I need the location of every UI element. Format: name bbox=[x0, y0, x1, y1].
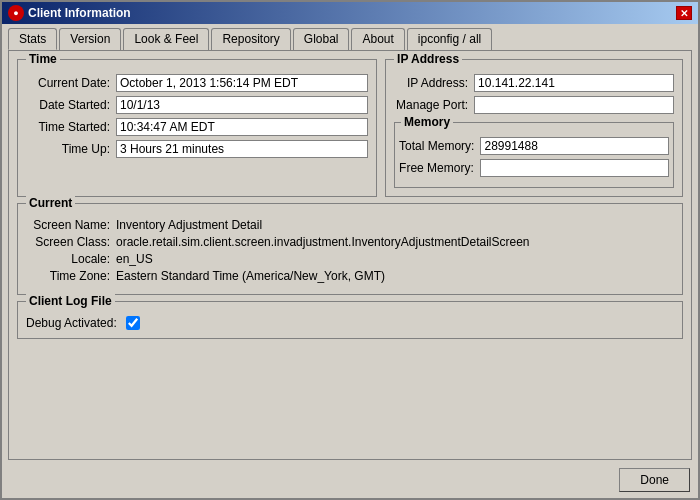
timezone-value: Eastern Standard Time (America/New_York,… bbox=[116, 269, 385, 283]
memory-subsection: Memory Total Memory: Free Memory: bbox=[394, 122, 674, 188]
tab-stats[interactable]: Stats bbox=[8, 28, 57, 50]
tab-about[interactable]: About bbox=[351, 28, 404, 50]
time-started-label: Time Started: bbox=[26, 120, 116, 134]
tab-ipconfig[interactable]: ipconfig / all bbox=[407, 28, 492, 50]
screen-class-row: Screen Class: oracle.retail.sim.client.s… bbox=[26, 235, 674, 249]
debug-checkbox-container bbox=[126, 316, 140, 330]
current-section-label: Current bbox=[26, 196, 75, 210]
memory-label: Memory bbox=[401, 115, 453, 129]
date-started-input[interactable] bbox=[116, 96, 368, 114]
screen-name-label: Screen Name: bbox=[26, 218, 116, 232]
tab-version[interactable]: Version bbox=[59, 28, 121, 50]
timezone-label: Time Zone: bbox=[26, 269, 116, 283]
date-started-label: Date Started: bbox=[26, 98, 116, 112]
manage-port-row: Manage Port: bbox=[394, 96, 674, 114]
total-memory-label: Total Memory: bbox=[399, 139, 480, 153]
current-date-input[interactable] bbox=[116, 74, 368, 92]
log-section: Client Log File Debug Activated: bbox=[17, 301, 683, 339]
screen-class-value: oracle.retail.sim.client.screen.invadjus… bbox=[116, 235, 530, 249]
debug-row: Debug Activated: bbox=[26, 316, 674, 330]
debug-checkbox[interactable] bbox=[126, 316, 140, 330]
ip-address-input[interactable] bbox=[474, 74, 674, 92]
time-section: Time Current Date: Date Started: Time St… bbox=[17, 59, 377, 197]
time-up-row: Time Up: bbox=[26, 140, 368, 158]
tab-look-feel[interactable]: Look & Feel bbox=[123, 28, 209, 50]
time-started-input[interactable] bbox=[116, 118, 368, 136]
total-memory-input[interactable] bbox=[480, 137, 669, 155]
time-started-row: Time Started: bbox=[26, 118, 368, 136]
locale-row: Locale: en_US bbox=[26, 252, 674, 266]
oracle-icon: ● bbox=[8, 5, 24, 21]
free-memory-row: Free Memory: bbox=[399, 159, 669, 177]
log-section-label: Client Log File bbox=[26, 294, 115, 308]
close-button[interactable]: ✕ bbox=[676, 6, 692, 20]
time-up-input[interactable] bbox=[116, 140, 368, 158]
time-section-label: Time bbox=[26, 52, 60, 66]
content-area: Time Current Date: Date Started: Time St… bbox=[8, 50, 692, 460]
free-memory-label: Free Memory: bbox=[399, 161, 480, 175]
ip-section-label: IP Address bbox=[394, 52, 462, 66]
debug-label: Debug Activated: bbox=[26, 316, 126, 330]
manage-port-input[interactable] bbox=[474, 96, 674, 114]
current-section: Current Screen Name: Inventory Adjustmen… bbox=[17, 203, 683, 295]
tab-global[interactable]: Global bbox=[293, 28, 350, 50]
total-memory-row: Total Memory: bbox=[399, 137, 669, 155]
tab-bar: Stats Version Look & Feel Repository Glo… bbox=[2, 24, 698, 50]
screen-name-row: Screen Name: Inventory Adjustment Detail bbox=[26, 218, 674, 232]
current-date-row: Current Date: bbox=[26, 74, 368, 92]
timezone-row: Time Zone: Eastern Standard Time (Americ… bbox=[26, 269, 674, 283]
tab-repository[interactable]: Repository bbox=[211, 28, 290, 50]
done-button[interactable]: Done bbox=[619, 468, 690, 492]
bottom-bar: Done bbox=[2, 464, 698, 498]
ip-address-label: IP Address: bbox=[394, 76, 474, 90]
locale-value: en_US bbox=[116, 252, 153, 266]
free-memory-input[interactable] bbox=[480, 159, 669, 177]
current-date-label: Current Date: bbox=[26, 76, 116, 90]
window-title: Client Information bbox=[28, 6, 131, 20]
main-window: ● Client Information ✕ Stats Version Loo… bbox=[0, 0, 700, 500]
title-bar: ● Client Information ✕ bbox=[2, 2, 698, 24]
title-bar-left: ● Client Information bbox=[8, 5, 131, 21]
date-started-row: Date Started: bbox=[26, 96, 368, 114]
screen-class-label: Screen Class: bbox=[26, 235, 116, 249]
ip-address-row: IP Address: bbox=[394, 74, 674, 92]
top-row: Time Current Date: Date Started: Time St… bbox=[17, 59, 683, 197]
locale-label: Locale: bbox=[26, 252, 116, 266]
manage-port-label: Manage Port: bbox=[394, 98, 474, 112]
screen-name-value: Inventory Adjustment Detail bbox=[116, 218, 262, 232]
ip-section: IP Address IP Address: Manage Port: Memo… bbox=[385, 59, 683, 197]
time-up-label: Time Up: bbox=[26, 142, 116, 156]
